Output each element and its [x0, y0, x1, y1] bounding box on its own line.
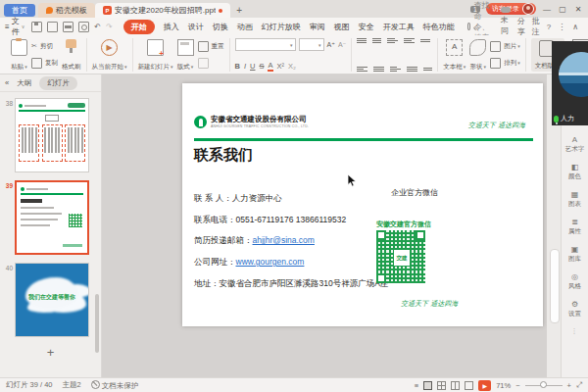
font-color-button[interactable]: A [268, 61, 272, 72]
slides-tab[interactable]: 幻灯片 [39, 76, 77, 90]
line-spacing-icon[interactable] [420, 39, 430, 42]
paste-button[interactable]: 粘贴 [11, 38, 27, 72]
more-icon[interactable]: ⋮ [558, 23, 565, 31]
protection-status[interactable]: 文档未保护 [91, 380, 139, 391]
cut-button[interactable]: ✂剪切 [31, 42, 58, 51]
email-link[interactable]: ahjjhr@sina.com [253, 235, 315, 245]
collapse-sidebar-button[interactable]: « [5, 78, 9, 87]
ribbon-tab-view[interactable]: 视图 [334, 22, 350, 32]
ribbon-tab-transition[interactable]: 切换 [213, 22, 228, 32]
sidebar-scrollbar[interactable] [95, 294, 99, 353]
align-right-icon[interactable] [390, 67, 401, 72]
add-slide-button[interactable]: + [0, 345, 101, 360]
outline-tab[interactable]: 大纲 [17, 78, 31, 88]
reset-button[interactable]: 重置 [198, 41, 224, 52]
slide-thumbnail-39-selected[interactable]: 39 [0, 180, 101, 255]
export-button[interactable] [47, 22, 58, 32]
superscript-button[interactable]: X² [277, 62, 285, 71]
panel-wordart[interactable]: A艺术字 [565, 135, 585, 154]
help-button[interactable]: ? [547, 23, 551, 31]
panel-gallery[interactable]: ▣图库 [568, 245, 581, 264]
tab-document[interactable]: P 安徽交建2020年校园招聘.ppt [95, 3, 230, 18]
tab-docer-templates[interactable]: 稻壳模板 [38, 3, 95, 18]
zoom-out-button[interactable]: − [515, 381, 519, 390]
font-size-select[interactable]: ▾ [299, 38, 324, 51]
ribbon-tab-security[interactable]: 安全 [359, 22, 374, 32]
microphone-icon [554, 116, 559, 122]
presenter-view-button[interactable] [465, 381, 473, 390]
theme-name[interactable]: 主题2 [63, 380, 81, 390]
bullet-list-icon[interactable] [357, 38, 367, 43]
underline-button[interactable]: U [250, 62, 255, 71]
notes-toggle[interactable]: ≡ [415, 381, 418, 390]
zoom-slider-knob[interactable] [540, 381, 547, 388]
arrange-button[interactable]: 排列 [490, 58, 520, 69]
slideshow-play-button[interactable]: ▶ [478, 380, 491, 391]
layout-button[interactable]: 版式 [177, 38, 194, 72]
justify-icon[interactable] [407, 67, 417, 72]
undo-button[interactable]: ↶ [94, 23, 101, 31]
ribbon-tab-home[interactable]: 开始 [123, 20, 155, 34]
zoom-in-button[interactable]: + [567, 381, 571, 390]
thumbnail-map[interactable]: 我们在交建等着你 [15, 263, 89, 337]
canvas-scrollbar-thumb[interactable] [550, 249, 560, 323]
align-left-icon[interactable] [357, 67, 368, 72]
thumbnail-orgchart[interactable] [15, 98, 89, 172]
italic-button[interactable]: I [244, 62, 246, 71]
file-menu[interactable]: ≡ 文件 ∨ [5, 16, 24, 37]
print-button[interactable] [63, 22, 74, 32]
distribute-icon[interactable] [423, 68, 432, 71]
bold-button[interactable]: B [235, 62, 240, 71]
font-name-select[interactable]: ▾ [235, 38, 296, 51]
thumbnail-contact[interactable] [15, 180, 89, 255]
copy-button[interactable]: 复制 [31, 58, 58, 69]
website-link[interactable]: www.gourgen.com [236, 257, 305, 267]
number-list-icon[interactable] [372, 38, 381, 43]
zoom-level[interactable]: 71% [496, 381, 511, 390]
ribbon-tab-features[interactable]: 特色功能 [423, 22, 455, 32]
comment-button[interactable]: 批注 [532, 16, 540, 37]
ribbon-tab-slideshow[interactable]: 幻灯片放映 [262, 22, 301, 32]
ribbon-tab-insert[interactable]: 插入 [164, 22, 179, 32]
panel-settings[interactable]: ⚙设置 [568, 300, 581, 318]
ribbon-tab-devtools[interactable]: 开发工具 [383, 22, 415, 32]
ribbon-tab-review[interactable]: 审阅 [310, 22, 325, 32]
panel-more-icon[interactable]: ⋮ [571, 327, 579, 335]
strikethrough-button[interactable]: S [259, 62, 264, 71]
redo-button[interactable]: ↷ [106, 23, 113, 31]
shapes-button[interactable]: 形状 [469, 38, 486, 72]
subscript-button[interactable]: X₂ [288, 62, 296, 71]
collapse-ribbon-button[interactable]: ∧ [572, 23, 578, 31]
panel-colors[interactable]: ◧颜色 [568, 163, 581, 181]
play-from-current-button[interactable]: ▶ 从当前开始 [92, 38, 127, 72]
new-tab-button[interactable]: + [236, 5, 242, 16]
slide-thumbnail-40[interactable]: 40 我们在交建等着你 [0, 263, 101, 337]
section-icon[interactable] [198, 58, 209, 69]
fit-slide-button[interactable]: ⤢ [576, 380, 582, 390]
panel-style[interactable]: ◎风格 [568, 272, 581, 291]
current-slide[interactable]: 安徽省交通建设股份有限公司 ANHUI GOURGEN TRAFFIC CONS… [182, 83, 543, 326]
slide-canvas[interactable]: 安徽省交通建设股份有限公司 ANHUI GOURGEN TRAFFIC CONS… [102, 74, 547, 377]
decrease-font-button[interactable]: A⁻ [338, 41, 346, 49]
share-button[interactable]: 分享 [517, 16, 525, 37]
align-center-icon[interactable] [373, 67, 384, 72]
textbox-button[interactable]: A 文本框 [443, 38, 466, 72]
increase-font-button[interactable]: A⁺ [327, 41, 335, 49]
zoom-slider[interactable] [525, 385, 563, 386]
reading-view-button[interactable] [451, 381, 460, 390]
save-button[interactable] [31, 22, 42, 32]
slide-sorter-button[interactable] [437, 381, 446, 390]
video-conference-overlay[interactable]: 人力 [552, 41, 588, 125]
format-painter-button[interactable]: 格式刷 [62, 38, 81, 72]
print-preview-button[interactable] [78, 22, 89, 32]
panel-properties[interactable]: ≣属性 [568, 218, 581, 236]
ribbon-tab-animation[interactable]: 动画 [237, 22, 253, 32]
outdent-icon[interactable] [387, 38, 398, 43]
panel-charts[interactable]: ▦图表 [568, 190, 581, 209]
new-slide-button[interactable]: 新建幻灯片 [138, 38, 173, 72]
ribbon-tab-design[interactable]: 设计 [188, 22, 204, 32]
slide-thumbnail-38[interactable]: 38 [0, 98, 101, 172]
indent-icon[interactable] [404, 38, 415, 43]
normal-view-button[interactable] [423, 381, 432, 390]
picture-button[interactable]: 图片 [490, 41, 520, 52]
